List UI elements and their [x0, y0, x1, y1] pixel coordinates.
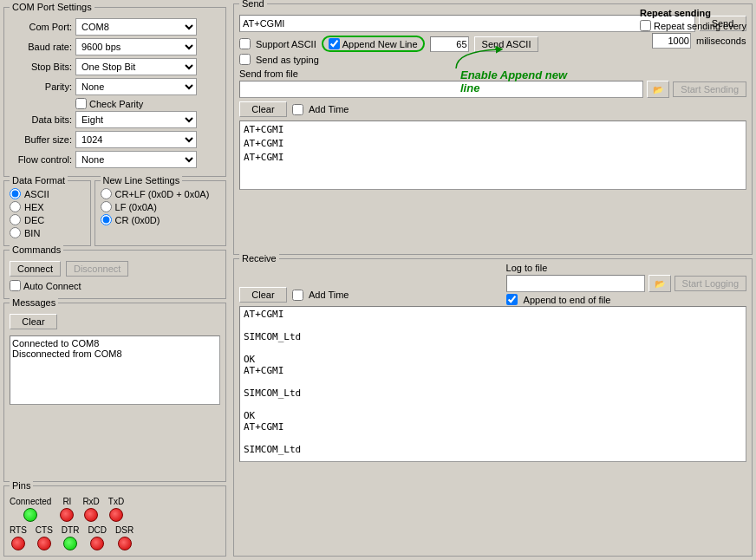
- log-section: Log to file 📂 Start Logging Append to en…: [506, 263, 746, 305]
- append-to-file-checkbox[interactable]: [506, 294, 518, 305]
- recv-line: SIMCOM_Ltd: [244, 444, 742, 455]
- receive-title: Receive: [239, 253, 279, 264]
- send-line-2: AT+CGMI: [244, 137, 742, 151]
- send-as-typing-checkbox[interactable]: [239, 54, 251, 65]
- format-dec-label: DEC: [24, 215, 44, 225]
- receive-terminal: AT+CGMI SIMCOM_Ltd OK AT+CGMI SIMCOM_Ltd…: [239, 306, 746, 462]
- connect-button[interactable]: Connect: [10, 261, 61, 277]
- pin-txd-led: [109, 508, 123, 522]
- append-to-file-label: Append to end of file: [524, 295, 611, 305]
- pin-rts-led: [11, 537, 25, 550]
- repeat-every-label: Repeat sending every: [654, 21, 746, 31]
- recv-line: OK: [244, 410, 742, 421]
- pin-dsr-label: DSR: [115, 525, 134, 535]
- nl-lf-label: LF (0x0A): [115, 202, 157, 212]
- check-parity-checkbox[interactable]: [75, 98, 87, 109]
- message-line-1: Connected to COM8: [12, 338, 218, 348]
- check-parity-label: Check Parity: [89, 99, 143, 109]
- pins-group: Pins Connected RI RxD TxD RTS CTS DTR DC…: [3, 485, 226, 557]
- pin-connected-label: Connected: [10, 497, 51, 506]
- messages-content: Connected to COM8 Disconnected from COM8: [10, 335, 220, 405]
- browse-button[interactable]: 📂: [647, 81, 669, 98]
- stop-bits-select[interactable]: One Stop Bit: [75, 58, 197, 75]
- messages-clear-button[interactable]: Clear: [10, 314, 57, 329]
- format-ascii-label: ASCII: [24, 189, 49, 199]
- recv-line: [244, 376, 742, 387]
- messages-group: Messages Clear Connected to COM8 Disconn…: [3, 303, 226, 482]
- receive-group: Receive Log to file 📂 Start Logging Appe…: [233, 258, 753, 557]
- ascii-value-input[interactable]: [430, 36, 469, 52]
- pin-connected-led: [23, 508, 37, 522]
- format-hex-radio[interactable]: [10, 201, 21, 212]
- parity-label: Parity:: [10, 81, 72, 92]
- pin-dtr-label: DTR: [62, 525, 80, 535]
- pin-cts-label: CTS: [36, 525, 53, 535]
- recv-line: [244, 455, 742, 462]
- nl-cr-radio[interactable]: [101, 214, 112, 225]
- pin-dcd-label: DCD: [88, 525, 107, 535]
- buffer-size-select[interactable]: 1024: [75, 131, 197, 148]
- format-ascii-radio[interactable]: [10, 188, 21, 199]
- send-line-1: AT+CGMI: [244, 123, 742, 137]
- recv-line: [244, 342, 742, 354]
- repeat-title: Repeat sending: [640, 8, 746, 18]
- recv-line: [244, 320, 742, 331]
- recv-line: SIMCOM_Ltd: [244, 331, 742, 342]
- commands-title: Commands: [10, 244, 63, 255]
- baud-rate-label: Baud rate:: [10, 42, 72, 52]
- format-dec-radio[interactable]: [10, 214, 21, 225]
- flow-control-select[interactable]: None: [75, 151, 197, 168]
- flow-control-label: Flow control:: [10, 154, 72, 165]
- baud-rate-select[interactable]: 9600 bps: [75, 38, 197, 55]
- recv-line: OK: [244, 354, 742, 365]
- pin-ri-label: RI: [62, 497, 71, 506]
- pins-title: Pins: [10, 480, 33, 491]
- recv-line: AT+CGMI: [244, 365, 742, 376]
- message-line-2: Disconnected from COM8: [12, 348, 218, 359]
- start-sending-button[interactable]: Start Sending: [673, 81, 746, 97]
- receive-add-time-checkbox[interactable]: [292, 290, 303, 301]
- disconnect-button[interactable]: Disconnect: [66, 261, 128, 277]
- auto-connect-checkbox[interactable]: [10, 280, 21, 291]
- pin-ri-led: [60, 508, 74, 522]
- format-bin-radio[interactable]: [10, 227, 21, 238]
- append-new-line-checkbox[interactable]: [329, 38, 340, 49]
- send-file-input[interactable]: [239, 81, 643, 98]
- receive-clear-button[interactable]: Clear: [239, 287, 287, 303]
- buffer-size-label: Buffer size:: [10, 134, 72, 145]
- nl-lf-radio[interactable]: [101, 201, 112, 212]
- pin-rts-label: RTS: [10, 525, 27, 535]
- pin-dtr-led: [63, 537, 77, 550]
- format-hex-label: HEX: [24, 202, 44, 212]
- com-port-label: Com Port:: [10, 22, 72, 32]
- recv-line: AT+CGMI: [244, 421, 742, 433]
- repeat-checkbox[interactable]: [640, 20, 651, 31]
- parity-select[interactable]: None: [75, 78, 197, 95]
- data-bits-select[interactable]: Eight: [75, 111, 197, 128]
- send-command-input[interactable]: [239, 15, 695, 32]
- send-add-time-checkbox[interactable]: [292, 104, 303, 115]
- pin-dcd-led: [90, 537, 104, 550]
- new-line-settings-group: New Line Settings CR+LF (0x0D + 0x0A) LF…: [94, 180, 226, 246]
- log-browse-button[interactable]: 📂: [648, 275, 671, 292]
- com-port-select[interactable]: COM8: [75, 18, 197, 36]
- log-file-input[interactable]: [506, 275, 645, 292]
- pin-dsr-led: [118, 537, 132, 550]
- support-ascii-checkbox[interactable]: [239, 38, 251, 49]
- pin-rxd-label: RxD: [82, 497, 99, 506]
- send-clear-button[interactable]: Clear: [239, 101, 287, 117]
- messages-title: Messages: [10, 297, 58, 308]
- com-port-settings-title: COM Port Settings: [10, 2, 94, 12]
- new-line-title: New Line Settings: [101, 175, 183, 186]
- append-new-line-label: Append New Line: [342, 39, 418, 49]
- send-terminal: AT+CGMI AT+CGMI AT+CGMI: [239, 120, 746, 190]
- nl-crlf-radio[interactable]: [101, 188, 112, 199]
- support-ascii-label: Support ASCII: [256, 39, 316, 49]
- data-bits-label: Data bits:: [10, 114, 72, 125]
- send-title: Send: [239, 0, 267, 9]
- send-group: Send Repeat sending Repeat sending every…: [233, 3, 753, 255]
- pin-rxd-led: [84, 508, 98, 522]
- commands-group: Commands Connect Disconnect Auto Connect: [3, 250, 226, 299]
- start-logging-button[interactable]: Start Logging: [675, 276, 746, 291]
- send-ascii-button[interactable]: Send ASCII: [474, 36, 539, 52]
